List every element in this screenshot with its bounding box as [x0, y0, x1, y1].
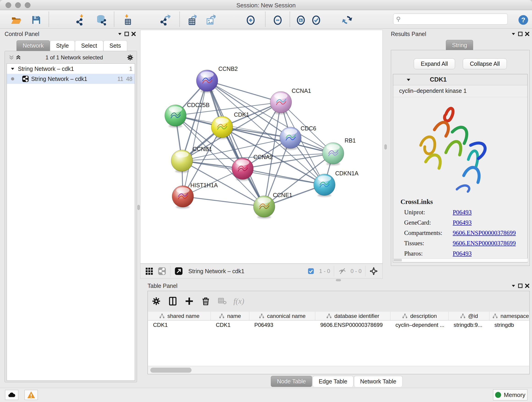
collapse-caret-icon[interactable]	[405, 76, 412, 83]
close-panel-icon[interactable]	[524, 282, 531, 289]
export-network-icon[interactable]	[158, 13, 171, 26]
node-CCNA1[interactable]: CCNA1	[270, 88, 311, 114]
tab-string[interactable]: String	[446, 40, 473, 51]
tab-network-table[interactable]: Network Table	[354, 376, 403, 387]
zoom-out-icon[interactable]	[272, 13, 284, 26]
column-header-description[interactable]: description	[390, 312, 449, 320]
import-database-icon[interactable]	[95, 13, 108, 26]
tab-select[interactable]: Select	[75, 40, 103, 51]
float-panel-icon[interactable]	[123, 31, 130, 37]
node-label-RB1: RB1	[345, 137, 356, 144]
network-canvas[interactable]: CCNB2 CCNA1 CDC25B CDK1 CDC6 RB1 CCNB1 C…	[140, 30, 383, 264]
table-cell: CDK1	[211, 320, 249, 330]
crosslink-value-link[interactable]: 9606.ENSP00000378699	[453, 240, 516, 247]
panel-menu-icon[interactable]	[510, 282, 517, 289]
panel-menu-icon[interactable]	[116, 31, 123, 37]
hidden-count: 0 - 0	[351, 268, 361, 274]
tab-edge-table[interactable]: Edge Table	[312, 376, 354, 387]
table-horizontal-scrollbar[interactable]	[148, 366, 529, 374]
crosslink-value-link[interactable]: P06493	[453, 219, 472, 226]
toolbar-separator	[179, 12, 180, 27]
float-panel-icon[interactable]	[517, 282, 524, 289]
node-RB1[interactable]: RB1	[322, 137, 356, 166]
search-field[interactable]: ⚲	[393, 13, 508, 25]
expand-all-button[interactable]: Expand All	[414, 58, 455, 69]
table-row[interactable]: CDK1CDK1P064939606.ENSP00000378699cyclin…	[148, 320, 529, 330]
save-icon[interactable]	[30, 13, 43, 26]
export-table-icon[interactable]	[185, 13, 197, 26]
control-panel-title: Control Panel	[5, 31, 39, 37]
table-settings-gear-icon[interactable]	[151, 296, 162, 306]
memory-button[interactable]: Memory	[493, 389, 527, 400]
zoom-fit-icon[interactable]	[295, 13, 307, 26]
node-label-CDK1: CDK1	[234, 111, 249, 118]
grid-view-icon[interactable]	[144, 266, 154, 276]
tab-style[interactable]: Style	[50, 40, 75, 51]
column-header--id[interactable]: @id	[449, 312, 489, 320]
node-CDC6[interactable]: CDC6	[280, 125, 316, 150]
close-panel-icon[interactable]	[524, 31, 531, 37]
close-panel-icon[interactable]	[130, 31, 137, 37]
network-row-selected[interactable]: String Network – cdk1 11 48	[7, 74, 135, 84]
tab-network[interactable]: Network	[17, 40, 50, 51]
column-header-name[interactable]: name	[211, 312, 249, 320]
export-image-icon[interactable]	[204, 13, 216, 26]
edge-CCNE1-HIST1H1A	[183, 196, 264, 206]
show-columns-icon[interactable]	[167, 296, 178, 306]
table-cell: 9606.ENSP00000378699	[315, 320, 390, 330]
detach-view-icon[interactable]	[174, 266, 184, 276]
import-network-icon[interactable]	[75, 13, 87, 26]
gene-card-header[interactable]: CDK1	[393, 74, 527, 85]
panel-menu-icon[interactable]	[510, 31, 517, 37]
gene-card-scrollbar[interactable]	[393, 258, 528, 262]
crosslink-value-link[interactable]: P06493	[453, 250, 472, 257]
float-panel-icon[interactable]	[517, 31, 524, 37]
delete-column-trash-icon[interactable]	[201, 296, 211, 306]
network-options-gear-icon[interactable]	[127, 54, 133, 61]
collapse-all-button[interactable]: Collapse All	[463, 58, 507, 69]
selected-checkbox-icon[interactable]	[306, 266, 316, 276]
column-header-shared-name[interactable]: shared name	[148, 312, 211, 320]
right-splitter-handle[interactable]	[385, 144, 387, 149]
zoom-selected-icon[interactable]	[310, 13, 323, 26]
column-header-database-identifier[interactable]: database identifier	[315, 312, 390, 320]
cloud-status-button[interactable]	[5, 390, 18, 400]
column-header-canonical-name[interactable]: canonical name	[249, 312, 315, 320]
help-button[interactable]: ?	[517, 13, 530, 26]
tab-node-table[interactable]: Node Table	[271, 376, 312, 387]
node-label-CCNE1: CCNE1	[273, 192, 292, 198]
node-label-CDKN1A: CDKN1A	[335, 170, 359, 177]
hidden-eye-icon[interactable]	[337, 266, 347, 276]
node-CDK1[interactable]: CDK1	[211, 111, 249, 139]
warnings-button[interactable]	[25, 390, 38, 400]
node-CDKN1A[interactable]: CDKN1A	[314, 170, 359, 197]
add-column-icon[interactable]	[184, 296, 195, 306]
column-header-namespace[interactable]: namespace	[489, 312, 529, 320]
refresh-icon[interactable]	[341, 13, 354, 26]
crosslink-value-link[interactable]: P06493	[453, 209, 472, 216]
collapse-all-tree-icon[interactable]	[8, 54, 15, 61]
window-title: Session: New Session	[0, 2, 532, 9]
tree-caret-icon[interactable]	[9, 65, 16, 72]
birdseye-toggle-icon[interactable]	[369, 266, 379, 276]
string-results-box: Expand All Collapse All CDK1 cyclin–depe…	[391, 50, 530, 266]
left-splitter-handle[interactable]	[138, 205, 140, 210]
tab-sets[interactable]: Sets	[103, 40, 127, 51]
network-collection-row[interactable]: String Network – cdk1 1	[7, 64, 135, 74]
crosslink-value-link[interactable]: 9606.ENSP00000378699	[453, 230, 516, 236]
import-table-icon[interactable]	[120, 13, 133, 26]
zoom-in-icon[interactable]	[244, 13, 257, 26]
search-input[interactable]	[402, 16, 505, 22]
node-CDC25B[interactable]: CDC25B	[165, 102, 210, 128]
function-builder-icon[interactable]: f(x)	[234, 297, 244, 306]
node-HIST1H1A[interactable]: HIST1H1A	[172, 182, 218, 209]
edge-CCNB2-HIST1H1A	[183, 81, 207, 196]
network-badge-gray-icon[interactable]	[157, 266, 167, 276]
node-CCNB2[interactable]: CCNB2	[196, 65, 238, 93]
toolbar-separator	[49, 12, 49, 27]
open-folder-icon[interactable]	[10, 13, 23, 26]
expand-all-tree-icon[interactable]	[15, 54, 22, 61]
delete-table-icon[interactable]	[217, 296, 228, 306]
table-cell: P06493	[249, 320, 315, 330]
scrollbar-thumb[interactable]	[150, 368, 191, 373]
